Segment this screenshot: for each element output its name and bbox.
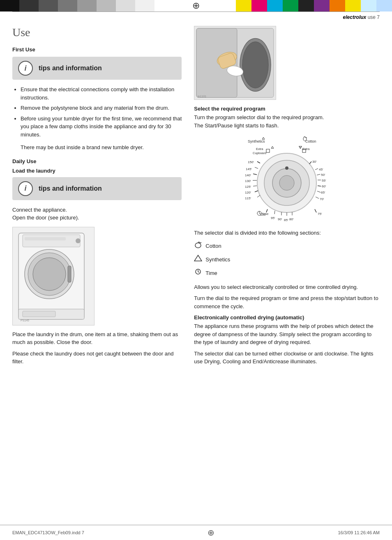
tips-label-first-use: tips and information xyxy=(39,65,102,72)
brand-header: electrolux use 7 xyxy=(0,12,392,22)
footer-right: 16/3/09 11:26:46 AM xyxy=(338,530,380,535)
svg-text:75': 75' xyxy=(318,212,322,216)
svg-rect-8 xyxy=(68,266,71,282)
color-black2 xyxy=(298,0,314,12)
color-gray2 xyxy=(58,0,77,12)
color-gray1 xyxy=(39,0,58,12)
time-label: Time xyxy=(205,268,217,278)
color-gray4 xyxy=(97,0,116,12)
svg-text:90': 90' xyxy=(278,217,282,221)
svg-text:Cupboard: Cupboard xyxy=(253,151,266,155)
info-icon-first-use: i xyxy=(18,61,33,76)
tips-label-daily-use: tips and information xyxy=(39,185,102,192)
svg-text:45': 45' xyxy=(319,168,323,171)
svg-point-3 xyxy=(33,258,66,291)
svg-text:115': 115' xyxy=(245,196,251,200)
dryer-illustration-left: PS145 xyxy=(14,229,92,323)
svg-text:130': 130' xyxy=(245,179,251,183)
first-use-indent-text: There may be dust inside a brand new tum… xyxy=(12,143,182,152)
selector-dial-container: Synthetics Cotton Extra Cupboard Extra xyxy=(233,134,340,224)
synthetics-section-icon xyxy=(194,254,202,265)
bullet-2: Remove the polystyrene block and any mat… xyxy=(21,104,182,112)
crosshair-center-icon: ⊕ xyxy=(156,0,236,12)
right-column: In1101 Select the required program Turn … xyxy=(190,26,380,369)
tips-box-daily-use: i tips and information xyxy=(12,177,182,200)
electronic-heading: Electronically controlled drying (automa… xyxy=(194,314,380,321)
svg-text:65': 65' xyxy=(321,191,325,194)
svg-text:Extra: Extra xyxy=(256,147,263,151)
svg-text:Synthetics: Synthetics xyxy=(248,139,265,143)
electronic-text1: The appliance runs these programs with t… xyxy=(194,322,380,346)
svg-point-34 xyxy=(279,175,294,190)
load-laundry-heading: Load the laundry xyxy=(12,168,182,174)
page-title: Use xyxy=(12,26,182,39)
first-use-bullets: Ensure that the electrical connections c… xyxy=(12,85,182,138)
color-green xyxy=(283,0,298,12)
tips-box-first-use: i tips and information xyxy=(12,57,182,80)
svg-point-35 xyxy=(285,166,288,170)
footer-crosshair-icon: ⊕ xyxy=(208,528,214,538)
color-orange xyxy=(330,0,345,12)
svg-text:140': 140' xyxy=(245,173,251,177)
svg-rect-4 xyxy=(23,235,80,247)
brand-name: electrolux xyxy=(343,14,367,20)
svg-point-80 xyxy=(195,243,201,248)
connect-text: Connect the appliance. Open the door (se… xyxy=(12,206,182,222)
cotton-label: Cotton xyxy=(205,241,221,251)
time-section-icon xyxy=(194,267,202,279)
select-program-heading: Select the required program xyxy=(194,106,380,112)
svg-marker-81 xyxy=(194,255,202,261)
daily-use-heading: Daily Use xyxy=(12,158,182,164)
svg-line-84 xyxy=(198,272,199,272)
svg-rect-9 xyxy=(23,311,55,317)
bullet-3: Before using your tumble dryer for the f… xyxy=(21,115,182,139)
svg-text:60': 60' xyxy=(322,185,326,188)
svg-text:125': 125' xyxy=(245,185,251,189)
first-use-heading: First Use xyxy=(12,46,182,53)
selector-dial-svg: Synthetics Cotton Extra Cupboard Extra xyxy=(233,134,340,224)
select-program-text1: Turn the program selector dial to the re… xyxy=(194,113,380,129)
svg-text:50': 50' xyxy=(321,173,325,177)
svg-text:Cotton: Cotton xyxy=(305,139,316,143)
time-section-item: Time xyxy=(194,267,380,279)
page-label: use 7 xyxy=(368,14,380,20)
left-column: Use First Use i tips and information Ens… xyxy=(12,26,190,369)
electronic-text2: The selector dial can be turned either c… xyxy=(194,350,380,366)
svg-line-66 xyxy=(318,186,321,186)
svg-text:30': 30' xyxy=(312,160,317,164)
dryer-door-svg: In1101 xyxy=(194,26,276,100)
bullet-1: Ensure that the electrical connections c… xyxy=(21,85,182,102)
svg-text:70': 70' xyxy=(320,197,324,201)
color-cyan xyxy=(267,0,283,12)
main-content: Use First Use i tips and information Ens… xyxy=(0,22,392,369)
svg-text:55': 55' xyxy=(322,179,326,182)
svg-text:PS145: PS145 xyxy=(21,319,29,322)
color-white xyxy=(135,0,154,12)
synthetics-label: Synthetics xyxy=(205,255,230,264)
check-laundry-text: Please check the laundry does not get ca… xyxy=(12,350,182,366)
allows-text: Allows you to select electronically cont… xyxy=(194,283,380,291)
color-lightblue2 xyxy=(376,0,392,12)
cotton-section-icon xyxy=(194,240,202,252)
cotton-section-item: Cotton xyxy=(194,240,380,252)
svg-text:120': 120' xyxy=(245,191,251,194)
svg-text:95': 95' xyxy=(271,216,275,220)
color-darkgray xyxy=(19,0,39,12)
svg-text:Time: Time xyxy=(261,212,269,216)
place-laundry-text: Place the laundry in the drum, one item … xyxy=(12,330,182,346)
svg-text:In1101: In1101 xyxy=(198,95,206,98)
svg-text:80': 80' xyxy=(289,217,294,221)
color-lightblue xyxy=(361,0,376,12)
color-gray3 xyxy=(77,0,97,12)
dial-sections-list: Cotton Synthetics Time xyxy=(194,240,380,279)
footer-left: EMAN_EDC4713OW_Feb09.indd 7 xyxy=(12,530,84,535)
color-gray5 xyxy=(116,0,135,12)
dryer-image-left: PS145 xyxy=(12,227,95,325)
color-yellow2 xyxy=(345,0,361,12)
info-icon-daily-use: i xyxy=(18,181,33,196)
svg-rect-6 xyxy=(25,237,66,240)
color-black xyxy=(0,0,19,12)
top-color-bar: ⊕ xyxy=(0,0,392,12)
color-purple xyxy=(314,0,330,12)
color-magenta xyxy=(251,0,267,12)
